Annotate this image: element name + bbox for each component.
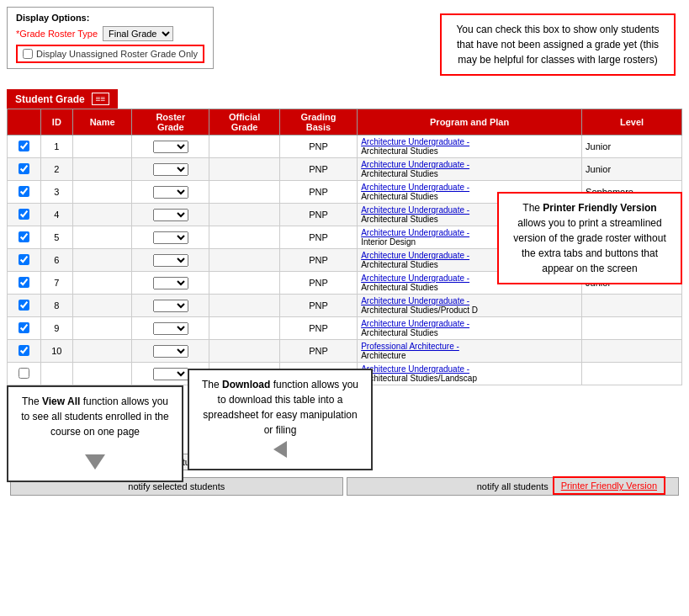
roster-grade-select[interactable] xyxy=(153,368,188,380)
unassigned-checkbox[interactable] xyxy=(23,49,33,59)
program-link[interactable]: Architecture Undergraduate - xyxy=(361,273,469,283)
program-link[interactable]: Architecture Undergraduate - xyxy=(361,319,469,328)
row-check-cell xyxy=(8,317,41,340)
display-options-panel: Display Options: *Grade Roster Type Fina… xyxy=(7,7,214,69)
row-checkbox[interactable] xyxy=(19,277,29,288)
row-name-cell xyxy=(73,135,132,158)
roster-grade-select[interactable] xyxy=(153,186,188,199)
row-checkbox[interactable] xyxy=(19,163,29,174)
program-link[interactable]: Architecture Undergraduate - xyxy=(361,296,469,305)
program-link[interactable]: Professional Architecture - xyxy=(361,342,459,351)
row-roster-grade-cell xyxy=(132,226,209,249)
row-grading-basis-cell: PNP xyxy=(279,204,357,226)
row-id-cell: 8 xyxy=(40,295,72,317)
row-check-cell xyxy=(8,249,41,272)
table-row: 2PNPArchitecture Undergraduate - Archite… xyxy=(8,158,682,181)
roster-grade-select[interactable] xyxy=(153,231,188,244)
row-official-grade-cell xyxy=(209,317,280,340)
tooltip-view-all: The View All function allows you to see … xyxy=(7,385,183,482)
program-detail: Architectural Studies xyxy=(361,215,438,224)
row-checkbox[interactable] xyxy=(19,231,29,242)
row-checkbox[interactable] xyxy=(19,254,29,265)
row-official-grade-cell xyxy=(209,272,280,295)
row-official-grade-cell xyxy=(209,295,280,317)
program-link[interactable]: Architecture Undergraduate - xyxy=(361,364,469,374)
row-name-cell xyxy=(73,317,132,340)
unassigned-box: Display Unassigned Roster Grade Only xyxy=(16,45,204,63)
row-id-cell: 9 xyxy=(40,317,72,340)
roster-grade-select[interactable] xyxy=(153,322,188,335)
row-level-cell: Junior xyxy=(582,158,682,181)
row-name-cell xyxy=(73,340,132,363)
row-official-grade-cell xyxy=(209,181,280,204)
roster-grade-select[interactable] xyxy=(153,141,188,153)
tooltip-unassigned-text: You can check this box to show only stud… xyxy=(456,24,659,66)
row-roster-grade-cell xyxy=(132,181,209,204)
tooltip-view-all-text: The View All function allows you to see … xyxy=(21,396,168,438)
row-official-grade-cell xyxy=(209,340,280,363)
th-level: Level xyxy=(582,109,682,135)
row-id-cell: 4 xyxy=(40,204,72,226)
row-id-cell xyxy=(40,363,72,385)
tooltip-view-all-arrow xyxy=(85,454,105,470)
program-link[interactable]: Architecture Undergraduate - xyxy=(361,160,469,169)
row-id-cell: 7 xyxy=(40,272,72,295)
student-grade-header: Student Grade ≡≡ xyxy=(7,89,118,109)
roster-grade-select[interactable] xyxy=(153,277,188,289)
row-program-cell: Architecture Undergraduate - Architectur… xyxy=(358,158,582,181)
row-official-grade-cell xyxy=(209,249,280,272)
row-roster-grade-cell xyxy=(132,272,209,295)
program-detail: Architectural Studies xyxy=(361,146,438,156)
th-check xyxy=(8,109,41,135)
row-grading-basis-cell: PNP xyxy=(279,272,357,295)
row-checkbox[interactable] xyxy=(19,368,29,379)
eq-icon[interactable]: ≡≡ xyxy=(92,93,110,105)
row-check-cell xyxy=(8,295,41,317)
row-id-cell: 10 xyxy=(40,340,72,363)
row-name-cell xyxy=(73,158,132,181)
program-link[interactable]: Architecture Undergraduate - xyxy=(361,228,469,237)
roster-grade-select[interactable] xyxy=(153,254,188,267)
tooltip-download-arrow xyxy=(273,441,287,458)
program-link[interactable]: Architecture Undergraduate - xyxy=(361,251,469,260)
row-program-cell: Professional Architecture - Architecture xyxy=(358,340,582,363)
printer-friendly-link[interactable]: Printer Friendly Version xyxy=(561,481,657,491)
row-program-cell: Architecture Undergraduate - Architectur… xyxy=(358,135,582,158)
roster-grade-select[interactable] xyxy=(153,300,188,312)
roster-grade-select[interactable] xyxy=(153,345,188,358)
tooltip-unassigned: You can check this box to show only stud… xyxy=(440,13,676,76)
row-check-cell xyxy=(8,181,41,204)
tooltip-download: The Download function allows you to down… xyxy=(188,369,373,470)
row-name-cell xyxy=(73,295,132,317)
row-checkbox[interactable] xyxy=(19,345,29,356)
th-id: ID xyxy=(40,109,72,135)
program-detail: Architecture xyxy=(361,351,405,360)
program-link[interactable]: Architecture Undergraduate - xyxy=(361,205,469,215)
row-checkbox[interactable] xyxy=(19,322,29,333)
row-check-cell xyxy=(8,340,41,363)
row-checkbox[interactable] xyxy=(19,186,29,197)
program-detail: Architectural Studies xyxy=(361,283,438,292)
row-grading-basis-cell: PNP xyxy=(279,317,357,340)
row-id-cell: 5 xyxy=(40,226,72,249)
th-grading-basis: GradingBasis xyxy=(279,109,357,135)
row-checkbox[interactable] xyxy=(19,141,29,151)
row-official-grade-cell xyxy=(209,204,280,226)
row-check-cell xyxy=(8,272,41,295)
th-official-grade: OfficialGrade xyxy=(209,109,280,135)
row-program-cell: Architecture Undergraduate - Architectur… xyxy=(358,363,582,385)
row-check-cell xyxy=(8,158,41,181)
row-checkbox[interactable] xyxy=(19,209,29,220)
row-checkbox[interactable] xyxy=(19,300,29,311)
table-row: 8PNPArchitecture Undergraduate - Archite… xyxy=(8,295,682,317)
program-detail: Architectural Studies xyxy=(361,192,438,201)
program-link[interactable]: Architecture Undergraduate - xyxy=(361,183,469,192)
grade-roster-select[interactable]: Final Grade xyxy=(103,26,173,41)
row-official-grade-cell xyxy=(209,226,280,249)
row-id-cell: 6 xyxy=(40,249,72,272)
roster-grade-select[interactable] xyxy=(153,163,188,176)
unassigned-label: Display Unassigned Roster Grade Only xyxy=(36,49,198,59)
roster-grade-select[interactable] xyxy=(153,209,188,221)
program-link[interactable]: Architecture Undergraduate - xyxy=(361,137,469,146)
row-roster-grade-cell xyxy=(132,204,209,226)
